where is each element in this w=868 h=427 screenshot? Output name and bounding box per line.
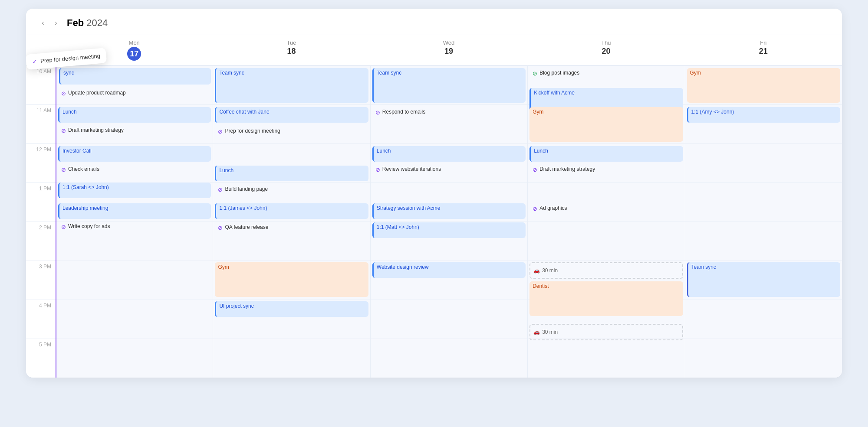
calendar-title: Feb 2024 <box>67 17 108 29</box>
event-strategy-acme[interactable]: Strategy session with Acme <box>372 203 526 219</box>
event-team-sync-wed[interactable]: Team sync <box>372 68 526 103</box>
time-column: 10 AM 11 AM 12 PM 1 PM 2 PM 3 PM 4 PM 5 … <box>26 65 56 378</box>
col-friday: Gym 1:1 (Amy <> John) Team sync <box>685 65 842 378</box>
event-blog-post-images[interactable]: ⊘ Blog post images <box>529 68 683 82</box>
event-lunch-mon[interactable]: Lunch <box>58 107 211 123</box>
event-11-amy-john[interactable]: 1:1 (Amy <> John) <box>687 107 840 123</box>
check-icon-4: ⊘ <box>61 224 66 230</box>
event-gym-tue[interactable]: Gym <box>215 262 368 297</box>
check-icon-5: ⊘ <box>218 128 223 135</box>
event-11-sarah-john[interactable]: 1:1 (Sarah <> John) <box>58 183 211 198</box>
calendar-body: 10 AM 11 AM 12 PM 1 PM 2 PM 3 PM 4 PM 5 … <box>26 65 842 378</box>
prev-button[interactable]: ‹ <box>36 16 49 29</box>
event-coffee-chat[interactable]: Coffee chat with Jane <box>215 107 368 123</box>
event-qa-feature[interactable]: ⊘ QA feature release <box>215 222 368 236</box>
event-investor-call[interactable]: Investor Call <box>58 146 211 162</box>
col-thursday: ⊘ Blog post images Kickoff with Acme Gym… <box>527 65 684 378</box>
event-website-design-review[interactable]: Website design review <box>372 262 526 278</box>
event-sync-mon[interactable]: sync <box>59 68 211 85</box>
day-header-fri: Fri 21 <box>685 35 842 65</box>
day-header-thu: Thu 20 <box>527 35 684 65</box>
check-icon-8: ⊘ <box>375 109 380 116</box>
month-label: Feb <box>67 17 84 28</box>
day-headers: EST Mon 17 Tue 18 Wed 19 Thu 20 Fri 21 <box>26 35 842 65</box>
event-draft-marketing-mon[interactable]: ⊘ Draft marketing strategy <box>58 125 211 139</box>
next-button[interactable]: › <box>49 16 62 29</box>
event-30min-thu-1[interactable]: 🚗 30 min <box>529 262 683 279</box>
event-lunch-wed[interactable]: Lunch <box>372 146 526 162</box>
check-icon-3: ⊘ <box>61 166 66 173</box>
col-wednesday: Team sync ⊘ Respond to emails Lunch ⊘ Re… <box>370 65 527 378</box>
check-icon-6: ⊘ <box>218 186 223 193</box>
check-icon-7: ⊘ <box>218 225 223 231</box>
check-icon-12: ⊘ <box>533 205 537 212</box>
event-build-landing[interactable]: ⊘ Build landing page <box>215 184 368 198</box>
event-30min-thu-2[interactable]: 🚗 30 min <box>529 324 683 340</box>
floating-card-text: Prep for design meeting <box>40 52 101 64</box>
event-leadership-meeting[interactable]: Leadership meeting <box>58 203 211 219</box>
event-update-roadmap[interactable]: ⊘ Update product roadmap <box>58 88 211 102</box>
event-dentist-thu[interactable]: Dentist <box>529 281 683 316</box>
check-icon: ⊘ <box>61 90 66 97</box>
floating-check-icon: ✓ <box>32 58 37 65</box>
event-team-sync-tue[interactable]: Team sync <box>215 68 368 103</box>
event-lunch-tue[interactable]: Lunch <box>215 166 368 181</box>
check-icon-2: ⊘ <box>61 127 66 134</box>
year-label: 2024 <box>86 17 108 28</box>
check-icon-10: ⊘ <box>533 70 537 77</box>
event-team-sync-fri[interactable]: Team sync <box>687 262 840 297</box>
event-11-james-john[interactable]: 1:1 (James <> John) <box>215 203 368 219</box>
event-review-website[interactable]: ⊘ Review website iterations <box>372 164 526 200</box>
calendar-header: ‹ › Feb 2024 <box>26 9 842 35</box>
col-tuesday: Team sync Coffee chat with Jane ⊘ Prep f… <box>213 65 370 378</box>
col-monday: sync ⊘ Update product roadmap Lunch ⊘ Dr… <box>56 65 213 378</box>
event-ad-graphics[interactable]: ⊘ Ad graphics <box>529 203 683 238</box>
event-respond-emails[interactable]: ⊘ Respond to emails <box>372 107 526 142</box>
check-icon-11: ⊘ <box>533 166 537 173</box>
day-columns: sync ⊘ Update product roadmap Lunch ⊘ Dr… <box>56 65 842 378</box>
day-header-wed: Wed 19 <box>370 35 527 65</box>
event-lunch-thu[interactable]: Lunch <box>529 146 683 162</box>
event-check-emails[interactable]: ⊘ Check emails <box>58 164 211 178</box>
event-11-matt-john[interactable]: 1:1 (Matt <> John) <box>372 222 526 238</box>
event-write-copy[interactable]: ⊘ Write copy for ads <box>58 222 211 235</box>
event-prep-design-tue[interactable]: ⊘ Prep for design meeting <box>215 126 368 140</box>
event-gym-thu[interactable]: Gym <box>529 107 683 142</box>
event-gym-fri[interactable]: Gym <box>687 68 840 103</box>
day-header-tue: Tue 18 <box>213 35 370 65</box>
event-draft-marketing-thu[interactable]: ⊘ Draft marketing strategy <box>529 164 683 199</box>
event-ui-sync-tue[interactable]: UI project sync <box>215 301 368 317</box>
calendar-container: ‹ › Feb 2024 EST Mon 17 Tue 18 Wed 19 Th… <box>26 9 842 378</box>
check-icon-9: ⊘ <box>375 166 380 173</box>
